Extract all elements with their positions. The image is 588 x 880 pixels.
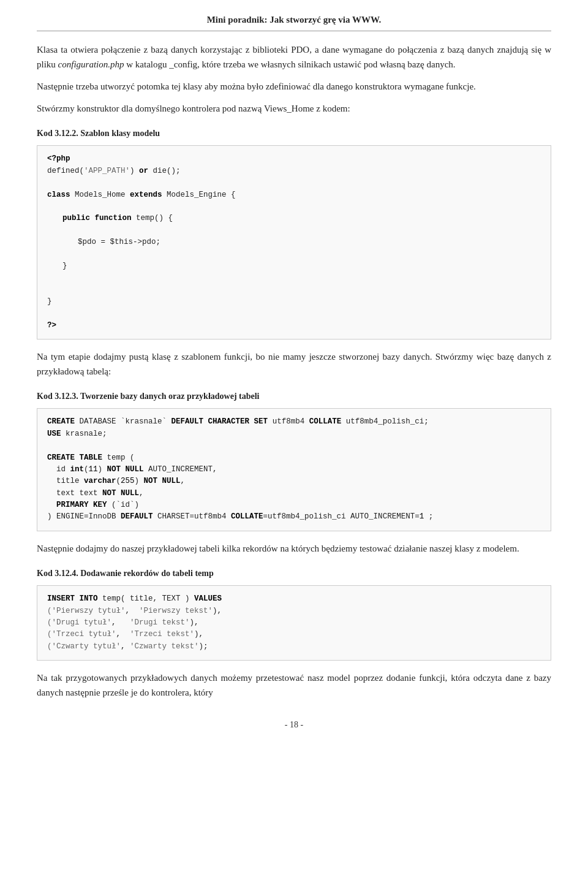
code-block-2: CREATE DATABASE `krasnale` DEFAULT CHARA… <box>37 408 551 531</box>
paragraph-1: Klasa ta otwiera połączenie z bazą danyc… <box>37 42 551 72</box>
page-header: Mini poradnik: Jak stworzyć grę via WWW. <box>37 12 551 31</box>
paragraph-6: Na tak przygotowanych przykładowych dany… <box>37 670 551 700</box>
page-footer: - 18 - <box>37 718 551 732</box>
paragraph-4: Na tym etapie dodajmy pustą klasę z szab… <box>37 349 551 379</box>
section-heading-1: Kod 3.12.2. Szablon klasy modelu <box>37 127 551 140</box>
paragraph-3: Stwórzmy konstruktor dla domyślnego kont… <box>37 101 551 116</box>
code-block-1: <?php defined('APP_PATH') or die(); clas… <box>37 145 551 339</box>
paragraph-5: Następnie dodajmy do naszej przykładowej… <box>37 541 551 556</box>
paragraph-2: Następnie trzeba utworzyć potomka tej kl… <box>37 79 551 94</box>
code-block-3: INSERT INTO temp( title, TEXT ) VALUES (… <box>37 585 551 661</box>
section-heading-3: Kod 3.12.4. Dodawanie rekordów do tabeli… <box>37 567 551 580</box>
section-heading-2: Kod 3.12.3. Tworzenie bazy danych oraz p… <box>37 390 551 403</box>
